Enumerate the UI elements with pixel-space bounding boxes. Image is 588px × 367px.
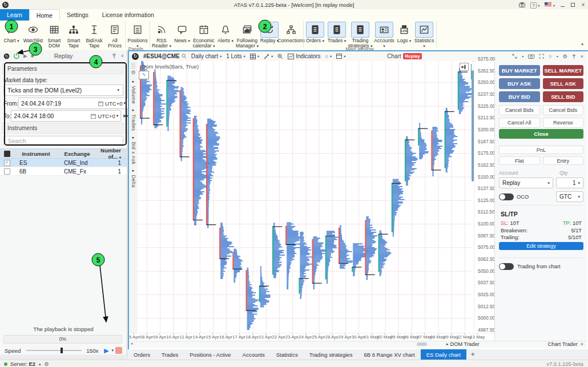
minimize-button[interactable] (560, 2, 565, 7)
go-to-latest-button[interactable]: ▶▌ (460, 63, 469, 71)
period-selector[interactable]: Daily chart▾ (191, 53, 222, 59)
replay-settings-icon[interactable]: ↻ (3, 53, 10, 59)
close-position-button[interactable]: Close (499, 129, 583, 139)
close-icon[interactable]: × (121, 53, 124, 59)
buy-ask-button[interactable]: BUY ASK (499, 78, 540, 89)
chevron-down-icon[interactable]: ▾ (557, 54, 558, 58)
ribbon-tab-learn[interactable]: Learn (0, 9, 29, 21)
chevron-up-icon[interactable]: ▴ (39, 362, 41, 366)
ribbon-button-smart-tape[interactable]: Smart Tape (64, 21, 83, 49)
ribbon-tab-home[interactable]: Home (29, 9, 60, 21)
column-number[interactable]: Number of... ▾ (96, 147, 127, 160)
close-icon[interactable]: × (581, 54, 583, 59)
tif-select[interactable]: GTC▾ (556, 191, 583, 202)
ribbon-button-positions[interactable]: Positions ▾ (126, 21, 149, 49)
cancel-all-button[interactable]: Cancel All (499, 118, 540, 128)
to-date-field[interactable]: UTC+0▾ (11, 110, 121, 122)
to-timezone-select[interactable]: UTC+0▾ (98, 113, 118, 119)
sell-ask-button[interactable]: SELL ASK (543, 78, 584, 89)
rail-panel-volume[interactable]: ▸ Volume (131, 79, 136, 104)
maximize-button[interactable] (570, 2, 575, 7)
restore-window-icon[interactable] (512, 54, 517, 59)
cancel-bids-button[interactable]: Cancel Bids (499, 105, 540, 115)
flat-button[interactable]: Flat (499, 156, 540, 165)
gear-icon[interactable]: ⚙ (44, 361, 49, 367)
workspace-tab-accounts[interactable]: Accounts (237, 349, 271, 360)
horizontal-scrollbar-thumb[interactable] (417, 342, 427, 346)
row-checkbox[interactable]: ✓ (4, 160, 10, 166)
circle-icon[interactable]: ○ (549, 54, 551, 59)
instrument-row-6b[interactable]: 6BCME_Fx1 (0, 167, 127, 176)
ribbon-tab-settings[interactable]: Settings (60, 9, 95, 21)
pin-icon[interactable] (572, 54, 576, 59)
chart-trader-tab[interactable]: Chart Trader × (548, 341, 583, 347)
ribbon-button-alerts[interactable]: Alerts ▾ (216, 21, 235, 43)
scroll-left-arrow-icon[interactable]: ◂ (131, 341, 133, 346)
pnl-button[interactable]: PnL (499, 146, 583, 154)
entry-button[interactable]: Entry (543, 156, 584, 165)
playback-play-button[interactable]: ▶ (102, 346, 111, 354)
ribbon-button-smart-dom[interactable]: Smart DOM (45, 21, 64, 49)
symbol-selector[interactable]: #ESU4@CME (143, 53, 187, 59)
ribbon-button-trades[interactable]: Trades ▾ (326, 21, 348, 43)
chevron-down-icon[interactable]: ▾ (522, 54, 523, 58)
workspace-tab-orders[interactable]: Orders (128, 349, 156, 360)
layout-button[interactable]: ▾ (336, 54, 345, 59)
close-icon[interactable]: × (581, 341, 583, 347)
account-select[interactable]: Replay▾ (499, 178, 553, 188)
workspace-tab-6b-6-range-xv-chart[interactable]: 6B 6 Range XV chart (358, 349, 420, 360)
play-icon[interactable]: ▶ (23, 53, 27, 59)
color-scheme-button[interactable]: ○▾ (325, 54, 332, 59)
ribbon-button-following-manager[interactable]: Following Manager ▾ (235, 21, 259, 49)
select-all-checkbox[interactable] (4, 151, 10, 157)
cancel-asks-button[interactable]: Cancel Bids (543, 105, 584, 115)
column-instrument[interactable]: Instrument (14, 151, 58, 157)
column-exchange[interactable]: Exchange (58, 151, 96, 157)
indicators-button[interactable]: Indicators (288, 53, 320, 59)
sell-market-button[interactable]: SELL MARKET (543, 65, 584, 76)
instrument-row-es[interactable]: ✓ESCME_Ind1 (0, 159, 127, 167)
ribbon-button-trading-strategies[interactable]: Trading strategies ▾ (348, 21, 373, 49)
indicator-collapse-box[interactable]: ∿ (139, 71, 149, 79)
rail-panel-bid-x-ask[interactable]: ▸ Bid x Ask (131, 135, 136, 164)
rail-panel-trades[interactable]: ▸ Trades (131, 108, 136, 131)
search-input[interactable] (7, 138, 120, 145)
ribbon-button-orders[interactable]: Orders ▾ (304, 21, 326, 43)
from-date-field[interactable]: UTC+0▾ (18, 98, 128, 109)
buy-bid-button[interactable]: BUY BID (499, 91, 540, 102)
trading-from-chart-toggle[interactable] (499, 263, 514, 270)
workspace-tab-es-daily-chart[interactable]: ES Daily chart (421, 349, 466, 360)
ribbon-button-economic-calendar[interactable]: $Economic calendar ▾ (192, 21, 216, 49)
pin-icon[interactable] (112, 53, 116, 59)
camera-icon[interactable] (528, 54, 534, 59)
ribbon-button-accounts[interactable]: Accounts ▾ (373, 21, 396, 49)
qty-select[interactable]: 1▾ (556, 178, 583, 188)
playback-stop-button[interactable] (115, 347, 122, 354)
add-tab-button[interactable]: + (466, 349, 480, 360)
drag-grip[interactable] (131, 63, 135, 68)
fullscreen-icon[interactable] (539, 54, 544, 59)
ribbon-button-all-prices[interactable]: All Prices (105, 21, 124, 49)
workspace-tab-statistics[interactable]: Statistics (271, 349, 304, 360)
dom-trader-tab[interactable]: ▸ DOM Trader (446, 341, 480, 347)
workspace-tab-positions-active[interactable]: Positions - Active (184, 349, 236, 360)
help-menu-button[interactable]: ? ▾ (530, 2, 539, 8)
cluster-mode-button[interactable]: ▾ (250, 54, 259, 59)
workspace-tab-trading-strategies[interactable]: Trading strategies (304, 349, 359, 360)
workspace-tab-trades[interactable]: Trades (156, 349, 184, 360)
drawing-tools-button[interactable]: ▾ (264, 54, 273, 59)
instrument-search-field[interactable] (3, 136, 123, 146)
edit-strategy-button[interactable]: Edit strategy (499, 242, 583, 250)
zoom-button[interactable] (277, 54, 283, 59)
ribbon-button-statistics[interactable]: Statistics ▾ (413, 21, 436, 49)
ribbon-button-bid-ask-tape[interactable]: Bid/Ask Tape (83, 21, 105, 49)
gear-icon[interactable]: ⚙ (129, 70, 138, 75)
to-date-input[interactable] (14, 112, 91, 119)
slider-thumb[interactable] (61, 348, 63, 353)
buy-market-button[interactable]: BUY MARKET (499, 65, 540, 76)
date-axis[interactable]: 05 Apr08 Apr09 Apr10 Apr11 Apr14 Apr15 A… (129, 333, 494, 341)
reverse-button[interactable]: Reverse (543, 118, 584, 128)
lots-selector[interactable]: 1 Lots▾ (226, 53, 245, 59)
ribbon-button-news[interactable]: News ▾ (172, 21, 192, 43)
chevron-down-icon[interactable]: ▾ (111, 348, 114, 353)
